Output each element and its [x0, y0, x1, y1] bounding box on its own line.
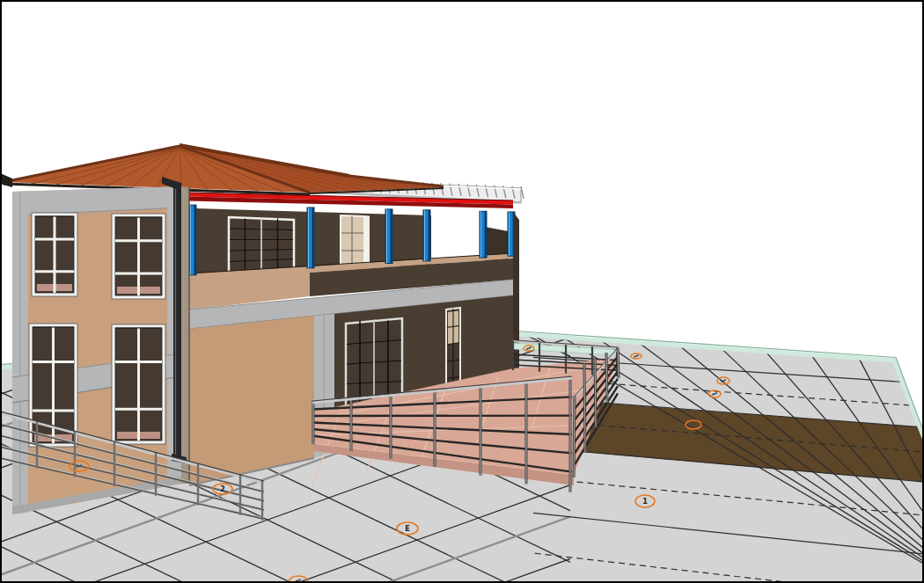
viewport-3d-frame[interactable]: 2E1: [0, 0, 924, 583]
svg-text:2: 2: [220, 485, 225, 493]
svg-text:1: 1: [642, 498, 648, 506]
svg-text:E: E: [405, 525, 409, 533]
model-canvas[interactable]: 2E1: [2, 2, 922, 581]
hipped-roof: [2, 145, 444, 194]
